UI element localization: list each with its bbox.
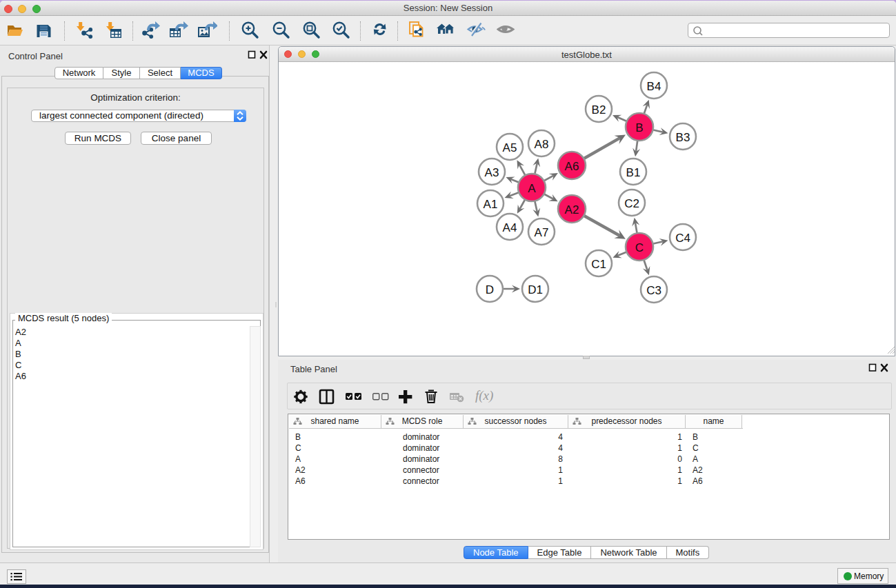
svg-text:A: A [528,182,536,195]
svg-text:A4: A4 [503,221,517,234]
svg-text:B1: B1 [626,166,641,179]
svg-text:A7: A7 [535,226,549,239]
svg-text:C: C [635,241,644,254]
svg-text:A1: A1 [484,198,498,211]
svg-text:A6: A6 [565,160,579,173]
svg-text:A3: A3 [485,166,499,179]
svg-text:C2: C2 [624,197,639,210]
svg-text:B: B [635,121,643,134]
svg-text:D1: D1 [528,283,543,296]
svg-text:B3: B3 [676,131,690,144]
svg-text:A2: A2 [565,203,579,216]
svg-text:C1: C1 [591,258,606,271]
svg-text:C4: C4 [675,232,690,245]
svg-text:B2: B2 [592,103,606,116]
svg-text:A8: A8 [535,138,549,151]
svg-text:C3: C3 [646,284,661,297]
svg-text:B4: B4 [647,80,661,93]
svg-text:A5: A5 [503,141,517,154]
svg-text:D: D [486,283,494,296]
